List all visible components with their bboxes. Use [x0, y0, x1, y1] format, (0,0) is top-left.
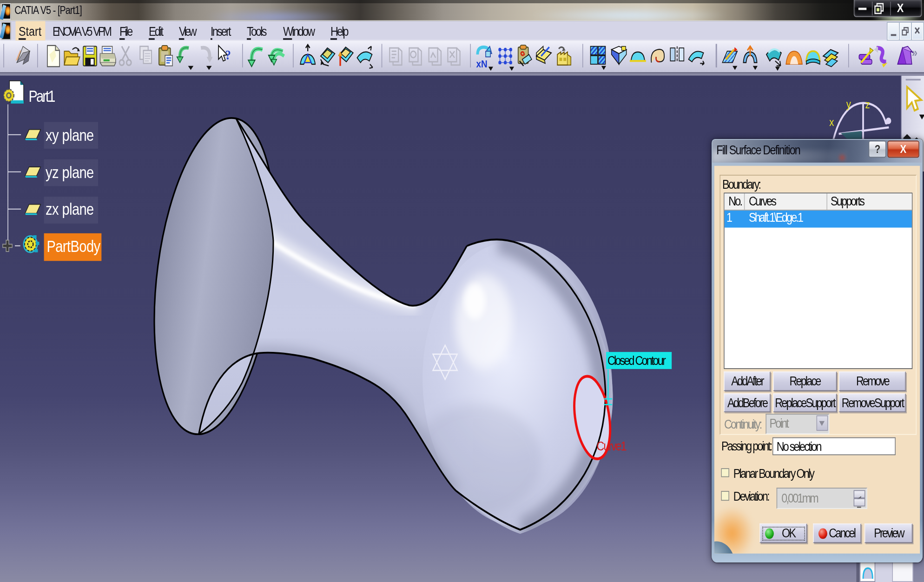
svg-text:x: x [829, 115, 834, 128]
svg-text:y: y [846, 98, 851, 110]
svg-text:X: X [897, 1, 904, 14]
svg-text:z: z [865, 98, 870, 110]
svg-text:xN: xN [476, 58, 488, 70]
svg-text:?: ? [225, 47, 231, 63]
